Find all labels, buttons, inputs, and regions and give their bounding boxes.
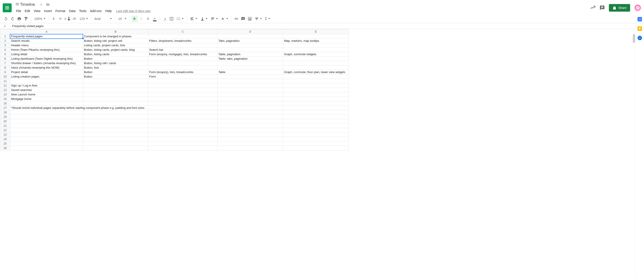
cell-C17[interactable] <box>148 106 218 110</box>
cell-C20[interactable] <box>148 119 218 124</box>
cell-E23[interactable] <box>283 133 349 137</box>
cell-B10[interactable]: Button <box>83 74 148 79</box>
cell-C1[interactable] <box>148 34 218 39</box>
row-header-24[interactable]: 24 <box>0 137 10 141</box>
cell-A5[interactable]: Listing detail <box>10 52 83 56</box>
cell-E4[interactable] <box>283 48 349 52</box>
row-header-2[interactable]: 2 <box>0 39 10 43</box>
cell-C11[interactable] <box>148 79 218 83</box>
italic-button[interactable]: I <box>138 16 144 22</box>
row-header-14[interactable]: 14 <box>0 92 10 97</box>
row-header-17[interactable]: 17 <box>0 106 10 110</box>
cell-C4[interactable]: Search bar <box>148 48 218 52</box>
cell-A9[interactable]: Project detail <box>10 70 83 74</box>
cell-D12[interactable] <box>217 83 283 88</box>
row-header-12[interactable]: 12 <box>0 83 10 88</box>
menu-file[interactable]: File <box>14 8 23 14</box>
keep-icon[interactable] <box>638 26 642 31</box>
cell-A23[interactable] <box>10 133 83 137</box>
horizontal-align-dropdown[interactable] <box>189 16 198 22</box>
sheets-logo-icon[interactable] <box>3 3 12 12</box>
cell-E6[interactable] <box>283 56 349 61</box>
cell-B1[interactable]: Component to be changed in phases <box>83 34 148 39</box>
cell-E1[interactable] <box>283 34 349 39</box>
cell-D3[interactable] <box>217 43 283 48</box>
cell-B16[interactable] <box>83 101 148 106</box>
menu-edit[interactable]: Edit <box>23 8 32 14</box>
row-header-22[interactable]: 22 <box>0 128 10 133</box>
cell-B24[interactable] <box>83 137 148 141</box>
account-avatar[interactable] <box>634 4 641 11</box>
insert-link-button[interactable] <box>233 16 240 22</box>
cell-A16[interactable] <box>10 101 83 106</box>
cell-D6[interactable]: Table, tabs, pagination <box>217 56 283 61</box>
strikethrough-button[interactable]: S <box>145 16 151 22</box>
cell-E25[interactable] <box>283 141 349 146</box>
cell-D8[interactable] <box>217 65 283 70</box>
star-icon[interactable] <box>39 2 43 6</box>
cell-D5[interactable]: Table, pagination <box>217 52 283 56</box>
cell-B3[interactable]: Listing cards, project cards, lists <box>83 43 148 48</box>
cell-C14[interactable] <box>148 92 218 97</box>
row-header-5[interactable]: 5 <box>0 52 10 56</box>
cell-C10[interactable]: Form <box>148 74 218 79</box>
cell-C15[interactable] <box>148 97 218 101</box>
merge-cells-dropdown[interactable] <box>175 16 185 22</box>
cell-E22[interactable] <box>283 128 349 133</box>
cell-A8[interactable]: Inbox (Amanda revamping this NOW) <box>10 65 83 70</box>
row-header-8[interactable]: 8 <box>0 65 10 70</box>
cell-B13[interactable] <box>83 88 148 92</box>
decrease-decimal-button[interactable]: .0 <box>64 16 71 22</box>
print-button[interactable] <box>16 16 22 22</box>
menu-data[interactable]: Data <box>67 8 77 14</box>
row-header-19[interactable]: 19 <box>0 115 10 119</box>
cell-B23[interactable] <box>83 133 148 137</box>
cell-D21[interactable] <box>217 124 283 128</box>
row-header-9[interactable]: 9 <box>0 70 10 74</box>
cell-B5[interactable]: Button, listing cards <box>83 52 148 56</box>
cell-B22[interactable] <box>83 128 148 133</box>
cell-A7[interactable]: Shortlist drawer / folders (Amanda revam… <box>10 61 83 65</box>
cell-C13[interactable] <box>148 88 218 92</box>
font-dropdown[interactable]: Arial <box>93 16 113 22</box>
cell-C19[interactable] <box>148 115 218 119</box>
cell-D4[interactable] <box>217 48 283 52</box>
cell-E18[interactable] <box>283 110 349 115</box>
functions-dropdown[interactable]: Σ <box>264 16 272 22</box>
row-header-7[interactable]: 7 <box>0 61 10 65</box>
cell-A18[interactable] <box>10 110 83 115</box>
text-wrap-dropdown[interactable] <box>209 16 219 22</box>
select-all-corner[interactable] <box>0 29 10 34</box>
zoom-dropdown[interactable]: 100% <box>33 16 47 22</box>
col-header-A[interactable]: A <box>10 29 83 34</box>
cell-C9[interactable]: Form (enquiry), lists, breadcrumbs <box>148 70 218 74</box>
cell-E21[interactable] <box>283 124 349 128</box>
format-percent-button[interactable]: % <box>57 16 64 22</box>
cell-D17[interactable] <box>217 106 283 110</box>
col-header-D[interactable]: D <box>217 29 283 34</box>
cell-E17[interactable] <box>283 106 349 110</box>
cell-B8[interactable]: Button, lists <box>83 65 148 70</box>
cell-B20[interactable] <box>83 119 148 124</box>
cell-E20[interactable] <box>283 119 349 124</box>
menu-tools[interactable]: Tools <box>77 8 88 14</box>
menu-view[interactable]: View <box>32 8 42 14</box>
spreadsheet-grid[interactable]: A B C D E 1Frequently visited pagesCompo… <box>0 29 635 278</box>
insert-comment-button[interactable] <box>240 16 246 22</box>
calendar-icon[interactable]: 31 <box>638 17 642 21</box>
cell-B25[interactable] <box>83 141 148 146</box>
row-header-25[interactable]: 25 <box>0 141 10 146</box>
cell-A17[interactable]: *Should revisit individual pages separat… <box>10 106 83 110</box>
cell-D22[interactable] <box>217 128 283 133</box>
borders-button[interactable] <box>168 16 175 22</box>
menu-help[interactable]: Help <box>104 8 114 14</box>
cell-D2[interactable]: Tabs, pagination <box>217 39 283 43</box>
cell-C24[interactable] <box>148 137 218 141</box>
bold-button[interactable]: B <box>132 16 138 22</box>
cell-E3[interactable] <box>283 43 349 48</box>
cell-A10[interactable]: Listing creation pages <box>10 74 83 79</box>
cell-A12[interactable]: Sign up / Log in flow <box>10 83 83 88</box>
cell-E16[interactable] <box>283 101 349 106</box>
menu-insert[interactable]: Insert <box>42 8 54 14</box>
cell-A13[interactable]: Saved searches <box>10 88 83 92</box>
